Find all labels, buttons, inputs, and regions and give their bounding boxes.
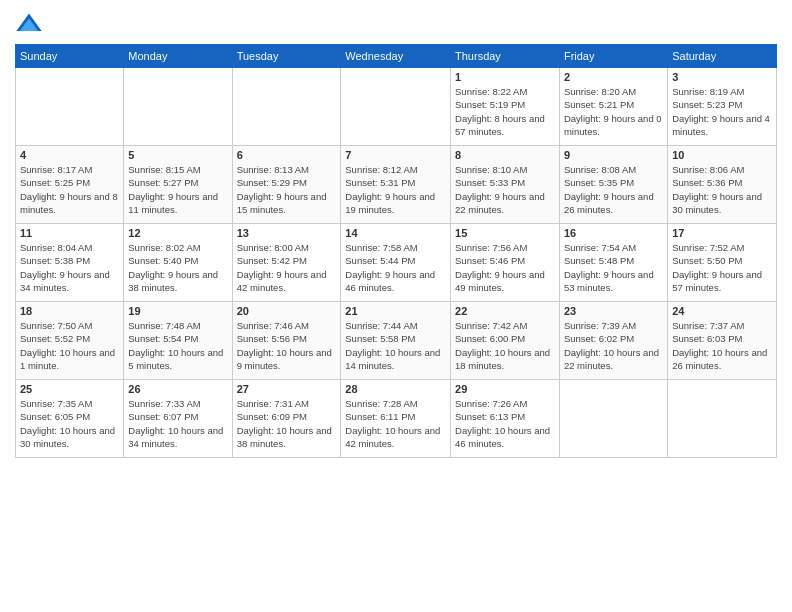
calendar-cell: 7Sunrise: 8:12 AM Sunset: 5:31 PM Daylig… bbox=[341, 146, 451, 224]
calendar-cell: 21Sunrise: 7:44 AM Sunset: 5:58 PM Dayli… bbox=[341, 302, 451, 380]
cell-info: Sunrise: 8:02 AM Sunset: 5:40 PM Dayligh… bbox=[128, 241, 227, 294]
cell-info: Sunrise: 7:39 AM Sunset: 6:02 PM Dayligh… bbox=[564, 319, 663, 372]
day-header-friday: Friday bbox=[559, 45, 667, 68]
cell-date: 23 bbox=[564, 305, 663, 317]
week-row-0: 1Sunrise: 8:22 AM Sunset: 5:19 PM Daylig… bbox=[16, 68, 777, 146]
cell-info: Sunrise: 8:15 AM Sunset: 5:27 PM Dayligh… bbox=[128, 163, 227, 216]
calendar-cell: 2Sunrise: 8:20 AM Sunset: 5:21 PM Daylig… bbox=[559, 68, 667, 146]
cell-date: 3 bbox=[672, 71, 772, 83]
cell-date: 11 bbox=[20, 227, 119, 239]
cell-date: 20 bbox=[237, 305, 337, 317]
calendar-cell: 14Sunrise: 7:58 AM Sunset: 5:44 PM Dayli… bbox=[341, 224, 451, 302]
calendar-cell: 18Sunrise: 7:50 AM Sunset: 5:52 PM Dayli… bbox=[16, 302, 124, 380]
calendar-cell: 4Sunrise: 8:17 AM Sunset: 5:25 PM Daylig… bbox=[16, 146, 124, 224]
cell-info: Sunrise: 8:13 AM Sunset: 5:29 PM Dayligh… bbox=[237, 163, 337, 216]
calendar-cell: 22Sunrise: 7:42 AM Sunset: 6:00 PM Dayli… bbox=[451, 302, 560, 380]
calendar-cell bbox=[16, 68, 124, 146]
calendar-cell bbox=[124, 68, 232, 146]
cell-date: 5 bbox=[128, 149, 227, 161]
day-header-monday: Monday bbox=[124, 45, 232, 68]
cell-info: Sunrise: 7:37 AM Sunset: 6:03 PM Dayligh… bbox=[672, 319, 772, 372]
cell-info: Sunrise: 8:04 AM Sunset: 5:38 PM Dayligh… bbox=[20, 241, 119, 294]
cell-date: 27 bbox=[237, 383, 337, 395]
calendar-cell: 3Sunrise: 8:19 AM Sunset: 5:23 PM Daylig… bbox=[668, 68, 777, 146]
calendar-cell: 5Sunrise: 8:15 AM Sunset: 5:27 PM Daylig… bbox=[124, 146, 232, 224]
cell-date: 26 bbox=[128, 383, 227, 395]
calendar-cell bbox=[341, 68, 451, 146]
calendar-cell: 20Sunrise: 7:46 AM Sunset: 5:56 PM Dayli… bbox=[232, 302, 341, 380]
calendar-cell: 19Sunrise: 7:48 AM Sunset: 5:54 PM Dayli… bbox=[124, 302, 232, 380]
header-row: SundayMondayTuesdayWednesdayThursdayFrid… bbox=[16, 45, 777, 68]
cell-date: 17 bbox=[672, 227, 772, 239]
cell-info: Sunrise: 7:58 AM Sunset: 5:44 PM Dayligh… bbox=[345, 241, 446, 294]
calendar-cell: 27Sunrise: 7:31 AM Sunset: 6:09 PM Dayli… bbox=[232, 380, 341, 458]
day-header-wednesday: Wednesday bbox=[341, 45, 451, 68]
cell-date: 29 bbox=[455, 383, 555, 395]
cell-info: Sunrise: 7:50 AM Sunset: 5:52 PM Dayligh… bbox=[20, 319, 119, 372]
calendar-cell: 25Sunrise: 7:35 AM Sunset: 6:05 PM Dayli… bbox=[16, 380, 124, 458]
cell-info: Sunrise: 7:54 AM Sunset: 5:48 PM Dayligh… bbox=[564, 241, 663, 294]
calendar-cell: 26Sunrise: 7:33 AM Sunset: 6:07 PM Dayli… bbox=[124, 380, 232, 458]
calendar-cell: 29Sunrise: 7:26 AM Sunset: 6:13 PM Dayli… bbox=[451, 380, 560, 458]
cell-date: 24 bbox=[672, 305, 772, 317]
calendar-cell: 11Sunrise: 8:04 AM Sunset: 5:38 PM Dayli… bbox=[16, 224, 124, 302]
cell-info: Sunrise: 8:12 AM Sunset: 5:31 PM Dayligh… bbox=[345, 163, 446, 216]
week-row-2: 11Sunrise: 8:04 AM Sunset: 5:38 PM Dayli… bbox=[16, 224, 777, 302]
logo-icon bbox=[15, 10, 43, 38]
cell-date: 22 bbox=[455, 305, 555, 317]
calendar-cell: 15Sunrise: 7:56 AM Sunset: 5:46 PM Dayli… bbox=[451, 224, 560, 302]
cell-info: Sunrise: 7:26 AM Sunset: 6:13 PM Dayligh… bbox=[455, 397, 555, 450]
cell-date: 21 bbox=[345, 305, 446, 317]
week-row-4: 25Sunrise: 7:35 AM Sunset: 6:05 PM Dayli… bbox=[16, 380, 777, 458]
calendar-cell: 23Sunrise: 7:39 AM Sunset: 6:02 PM Dayli… bbox=[559, 302, 667, 380]
cell-info: Sunrise: 7:52 AM Sunset: 5:50 PM Dayligh… bbox=[672, 241, 772, 294]
cell-info: Sunrise: 8:08 AM Sunset: 5:35 PM Dayligh… bbox=[564, 163, 663, 216]
cell-date: 8 bbox=[455, 149, 555, 161]
cell-date: 14 bbox=[345, 227, 446, 239]
cell-info: Sunrise: 7:44 AM Sunset: 5:58 PM Dayligh… bbox=[345, 319, 446, 372]
cell-info: Sunrise: 7:46 AM Sunset: 5:56 PM Dayligh… bbox=[237, 319, 337, 372]
cell-info: Sunrise: 8:00 AM Sunset: 5:42 PM Dayligh… bbox=[237, 241, 337, 294]
calendar-cell bbox=[559, 380, 667, 458]
calendar-cell: 17Sunrise: 7:52 AM Sunset: 5:50 PM Dayli… bbox=[668, 224, 777, 302]
cell-info: Sunrise: 7:35 AM Sunset: 6:05 PM Dayligh… bbox=[20, 397, 119, 450]
calendar-cell: 10Sunrise: 8:06 AM Sunset: 5:36 PM Dayli… bbox=[668, 146, 777, 224]
week-row-1: 4Sunrise: 8:17 AM Sunset: 5:25 PM Daylig… bbox=[16, 146, 777, 224]
cell-date: 28 bbox=[345, 383, 446, 395]
cell-info: Sunrise: 8:06 AM Sunset: 5:36 PM Dayligh… bbox=[672, 163, 772, 216]
cell-info: Sunrise: 7:31 AM Sunset: 6:09 PM Dayligh… bbox=[237, 397, 337, 450]
cell-info: Sunrise: 8:10 AM Sunset: 5:33 PM Dayligh… bbox=[455, 163, 555, 216]
cell-info: Sunrise: 7:48 AM Sunset: 5:54 PM Dayligh… bbox=[128, 319, 227, 372]
calendar-cell: 8Sunrise: 8:10 AM Sunset: 5:33 PM Daylig… bbox=[451, 146, 560, 224]
cell-date: 9 bbox=[564, 149, 663, 161]
cell-info: Sunrise: 8:20 AM Sunset: 5:21 PM Dayligh… bbox=[564, 85, 663, 138]
page: SundayMondayTuesdayWednesdayThursdayFrid… bbox=[0, 0, 792, 612]
cell-date: 15 bbox=[455, 227, 555, 239]
cell-date: 25 bbox=[20, 383, 119, 395]
day-header-thursday: Thursday bbox=[451, 45, 560, 68]
cell-info: Sunrise: 8:19 AM Sunset: 5:23 PM Dayligh… bbox=[672, 85, 772, 138]
cell-date: 16 bbox=[564, 227, 663, 239]
cell-date: 6 bbox=[237, 149, 337, 161]
day-header-saturday: Saturday bbox=[668, 45, 777, 68]
cell-date: 10 bbox=[672, 149, 772, 161]
calendar-cell: 16Sunrise: 7:54 AM Sunset: 5:48 PM Dayli… bbox=[559, 224, 667, 302]
cell-date: 2 bbox=[564, 71, 663, 83]
cell-date: 18 bbox=[20, 305, 119, 317]
cell-info: Sunrise: 7:28 AM Sunset: 6:11 PM Dayligh… bbox=[345, 397, 446, 450]
cell-date: 19 bbox=[128, 305, 227, 317]
cell-date: 7 bbox=[345, 149, 446, 161]
calendar-cell bbox=[232, 68, 341, 146]
calendar-cell bbox=[668, 380, 777, 458]
cell-info: Sunrise: 7:42 AM Sunset: 6:00 PM Dayligh… bbox=[455, 319, 555, 372]
calendar-cell: 12Sunrise: 8:02 AM Sunset: 5:40 PM Dayli… bbox=[124, 224, 232, 302]
calendar-cell: 24Sunrise: 7:37 AM Sunset: 6:03 PM Dayli… bbox=[668, 302, 777, 380]
calendar-table: SundayMondayTuesdayWednesdayThursdayFrid… bbox=[15, 44, 777, 458]
calendar-cell: 1Sunrise: 8:22 AM Sunset: 5:19 PM Daylig… bbox=[451, 68, 560, 146]
calendar-cell: 6Sunrise: 8:13 AM Sunset: 5:29 PM Daylig… bbox=[232, 146, 341, 224]
cell-date: 12 bbox=[128, 227, 227, 239]
calendar-cell: 28Sunrise: 7:28 AM Sunset: 6:11 PM Dayli… bbox=[341, 380, 451, 458]
week-row-3: 18Sunrise: 7:50 AM Sunset: 5:52 PM Dayli… bbox=[16, 302, 777, 380]
header bbox=[15, 10, 777, 38]
calendar-cell: 13Sunrise: 8:00 AM Sunset: 5:42 PM Dayli… bbox=[232, 224, 341, 302]
